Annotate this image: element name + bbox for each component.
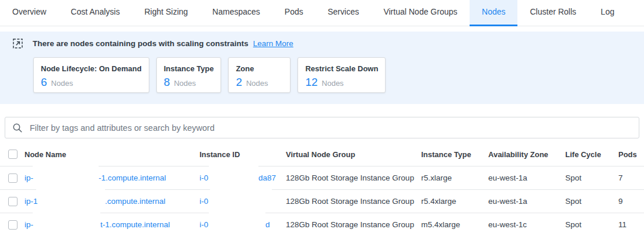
instance-type-cell: r5.xlarge [421,173,452,182]
col-pods: Pods [618,150,637,159]
pods-cell: 9 [618,197,623,206]
tab-nodes[interactable]: Nodes [470,0,517,26]
instance-type-cell: m5.4xlarge [421,220,460,229]
node-name-link[interactable]: ip- [24,220,33,229]
learn-more-link[interactable]: Learn More [253,39,293,48]
node-name-link[interactable]: -1.compute.internal [99,173,166,182]
col-node-name: Node Name [24,150,66,159]
node-name-link[interactable]: ip-1 [24,197,38,206]
card-zone[interactable]: Zone 2 Nodes [228,57,290,93]
card-unit: Nodes [51,79,74,88]
col-instance-type: Instance Type [421,150,471,159]
table-header: Node Name Instance ID Virtual Node Group… [0,143,644,166]
life-cycle-cell: Spot [565,197,582,206]
row-checkbox[interactable] [8,173,18,183]
card-count: 8 [164,76,170,89]
tab-namespaces[interactable]: Namespaces [200,0,272,26]
pods-cell: 7 [618,173,623,182]
instance-id-link[interactable]: da87 [258,173,276,182]
scale-out-icon [13,39,23,48]
availability-zone-cell: eu-west-1c [488,220,527,229]
instance-id-link[interactable]: i-0 [200,220,208,229]
col-instance-id: Instance ID [200,150,240,159]
table-row: ip- -1.compute.internal i-0 da87 128Gb R… [0,166,644,189]
instance-type-cell: r5.4xlarge [421,197,456,206]
card-unit: Nodes [174,79,196,88]
scaling-constraints-banner: There are nodes containing pods with sca… [0,32,644,104]
row-checkbox[interactable] [8,220,18,230]
search-icon [12,123,23,133]
instance-id-link[interactable]: i-0 [200,173,208,182]
pods-cell: 11 [618,220,626,229]
card-count: 12 [305,76,317,89]
redaction-overlay [33,165,99,183]
filter-search [5,117,639,138]
row-checkbox[interactable] [8,197,18,206]
instance-id-link[interactable]: i-0 [200,197,208,206]
instance-id-link[interactable]: d [265,220,270,229]
col-life-cycle: Life Cycle [565,150,601,159]
life-cycle-cell: Spot [565,173,582,182]
availability-zone-cell: eu-west-1a [488,173,527,182]
card-title: Restrict Scale Down [305,64,378,73]
card-node-lifecycle[interactable]: Node Lifecycle: On Demand 6 Nodes [33,57,149,93]
virtual-node-group-cell: 128Gb Root Storage Instance Group [286,173,414,182]
banner-message: There are nodes containing pods with sca… [33,39,249,48]
select-all-checkbox[interactable] [8,150,18,159]
tab-overview[interactable]: Overview [0,0,58,26]
card-unit: Nodes [322,79,344,88]
tab-right-sizing[interactable]: Right Sizing [132,0,200,26]
col-virtual-node-group: Virtual Node Group [286,150,355,159]
tab-pods[interactable]: Pods [272,0,316,26]
node-name-link[interactable]: t-1.compute.internal [100,220,170,229]
node-name-link[interactable]: .compute.internal [105,197,166,206]
constraint-cards: Node Lifecycle: On Demand 6 Nodes Instan… [33,57,631,93]
tab-cost-analysis[interactable]: Cost Analysis [58,0,132,26]
node-name-link[interactable]: ip- [24,173,33,182]
life-cycle-cell: Spot [565,220,582,229]
table-row: ip- t-1.compute.internal i-0 d 128Gb Roo… [0,213,644,236]
tab-cluster-rolls[interactable]: Cluster Rolls [517,0,588,26]
tab-log[interactable]: Log [589,0,626,26]
card-count: 6 [41,76,47,89]
search-input[interactable] [29,123,632,133]
card-title: Node Lifecycle: On Demand [41,64,142,73]
card-count: 2 [236,76,242,89]
col-availability-zone: Availability Zone [488,150,548,159]
redaction-overlay [210,189,272,206]
card-unit: Nodes [246,79,268,88]
card-instance-type[interactable]: Instance Type 8 Nodes [156,57,222,93]
card-title: Zone [236,64,283,73]
redaction-overlay [209,165,258,183]
card-restrict-scale-down[interactable]: Restrict Scale Down 12 Nodes [298,57,386,93]
tab-services[interactable]: Services [316,0,372,26]
nodes-table: Node Name Instance ID Virtual Node Group… [0,143,644,236]
virtual-node-group-cell: 128Gb Root Storage Instance Group [286,197,414,206]
table-row: ip-1 .compute.internal i-0 128Gb Root St… [0,189,644,213]
card-title: Instance Type [164,64,214,73]
availability-zone-cell: eu-west-1a [488,197,527,206]
tab-bar: Overview Cost Analysis Right Sizing Name… [0,0,644,26]
redaction-overlay [209,212,265,230]
redaction-overlay [36,189,105,206]
redaction-overlay [33,212,100,230]
tab-virtual-node-groups[interactable]: Virtual Node Groups [371,0,470,26]
virtual-node-group-cell: 128Gb Root Storage Instance Group [286,220,414,229]
